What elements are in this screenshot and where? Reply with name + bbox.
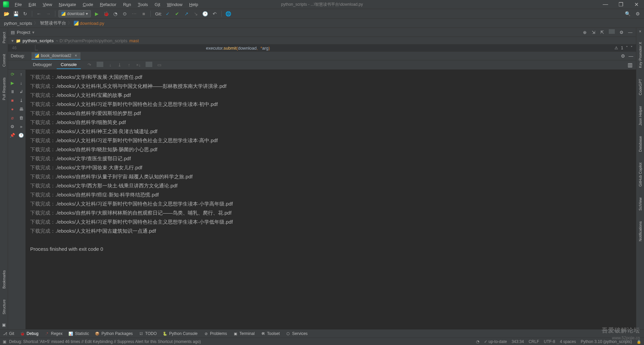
tool-notifications[interactable]: Notifications bbox=[638, 219, 642, 244]
debug-run-tab[interactable]: book_download2 × bbox=[32, 52, 80, 60]
tab-console[interactable]: Console bbox=[57, 61, 81, 69]
tool-pull-requests[interactable]: Pull Requests bbox=[2, 75, 6, 103]
menu-code[interactable]: Code bbox=[80, 1, 96, 8]
tool-key-promoter[interactable]: Key Promoter X bbox=[638, 39, 642, 71]
gear-icon[interactable]: ⚙ bbox=[621, 53, 625, 59]
next-highlight-icon[interactable]: ˅ bbox=[631, 46, 633, 50]
menu-git[interactable]: Git bbox=[152, 1, 163, 8]
menu-help[interactable]: Help bbox=[186, 1, 201, 8]
step-out-icon[interactable]: ↑ bbox=[126, 62, 132, 68]
menu-tools[interactable]: Tools bbox=[135, 1, 151, 8]
coverage-icon[interactable]: ◔ bbox=[112, 10, 119, 17]
run-config-selector[interactable]: download ▾ bbox=[58, 10, 91, 17]
maximize-button[interactable]: ❐ bbox=[613, 0, 629, 9]
push-icon[interactable]: ↗ bbox=[183, 10, 190, 17]
menu-edit[interactable]: Edit bbox=[26, 1, 39, 8]
prev-highlight-icon[interactable]: ˄ bbox=[626, 46, 628, 50]
rerun-icon[interactable]: ⟳ bbox=[9, 71, 15, 77]
background-tasks-icon[interactable]: ◔ bbox=[476, 339, 479, 344]
console-clock-icon[interactable]: 🕐 bbox=[18, 132, 24, 138]
editor-code-line[interactable]: executor.submit(download, *arg) bbox=[206, 46, 270, 51]
breadcrumb-folder[interactable]: 智慧读书平台 bbox=[40, 20, 66, 26]
menu-navigate[interactable]: Navigate bbox=[56, 1, 78, 8]
tool-project[interactable]: Project bbox=[2, 29, 6, 46]
tool-codegpt[interactable]: CodeGPT bbox=[638, 76, 642, 98]
more-run-icon[interactable]: ⋯ bbox=[130, 10, 138, 17]
stop-icon[interactable]: ■ bbox=[140, 10, 147, 17]
bottom-python-packages[interactable]: 📦Python Packages bbox=[95, 331, 132, 336]
project-tree-row[interactable]: ▾ python_scripts ~ D:\PycharmProjects\py… bbox=[8, 37, 636, 45]
settings-icon[interactable]: ⚙ bbox=[634, 10, 641, 17]
open-icon[interactable]: 📂 bbox=[3, 10, 10, 17]
step-over-icon[interactable]: ↷ bbox=[86, 62, 93, 68]
bottom-python-console[interactable]: 🐍Python Console bbox=[163, 331, 198, 336]
bottom-problems[interactable]: ⊘Problems bbox=[204, 331, 227, 336]
filter-icon[interactable]: » bbox=[18, 123, 24, 129]
tool-database[interactable]: Database bbox=[638, 133, 642, 155]
print-icon[interactable]: 🖶 bbox=[18, 106, 24, 112]
project-view-icon[interactable]: ▤ bbox=[11, 30, 15, 35]
status-hint[interactable]: Debug: Shortcut 'Alt+5' missed 46 times … bbox=[9, 339, 201, 344]
bottom-debug[interactable]: 🐞Debug bbox=[20, 331, 38, 336]
menu-refactor[interactable]: Refactor bbox=[97, 1, 119, 8]
step-into-icon[interactable]: ↓ bbox=[107, 62, 114, 68]
close-tab-icon[interactable]: × bbox=[75, 53, 77, 58]
down-icon[interactable]: ↓ bbox=[18, 80, 24, 86]
profile-icon[interactable]: ⊙ bbox=[121, 10, 128, 17]
vcs-status[interactable]: ✓ up-to-date bbox=[484, 339, 507, 344]
pin-icon[interactable]: 📌 bbox=[9, 132, 15, 138]
pause-icon[interactable]: ⏸ bbox=[9, 89, 15, 95]
bottom-terminal[interactable]: ▣Terminal bbox=[233, 331, 255, 336]
bottom-services[interactable]: ⬡Services bbox=[286, 331, 308, 336]
clear-icon[interactable]: 🗑 bbox=[18, 115, 24, 121]
eol[interactable]: CRLF bbox=[529, 339, 539, 344]
tool-json-helper[interactable]: Json Helper bbox=[638, 103, 642, 128]
tab-debugger[interactable]: Debugger bbox=[29, 61, 56, 69]
select-opened-file-icon[interactable]: ⊕ bbox=[582, 29, 588, 35]
caret-pos[interactable]: 343:34 bbox=[512, 339, 524, 344]
step-into-my-icon[interactable]: ⤓ bbox=[116, 62, 123, 68]
view-breakpoints-icon[interactable]: ● bbox=[9, 106, 15, 112]
update-icon[interactable]: ✓ bbox=[164, 10, 171, 17]
up-icon[interactable]: ↑ bbox=[18, 71, 24, 77]
debug-icon[interactable]: 🐞 bbox=[102, 10, 110, 17]
menu-window[interactable]: Window bbox=[164, 1, 185, 8]
gear-icon[interactable]: ⚙ bbox=[619, 29, 625, 35]
rollback-icon[interactable]: 🕐 bbox=[202, 10, 209, 17]
scroll-end-icon[interactable]: ⤓ bbox=[18, 97, 24, 103]
window-layout-icon[interactable]: ▣ bbox=[2, 323, 6, 327]
menu-file[interactable]: File bbox=[12, 1, 24, 8]
breadcrumb-file[interactable]: download.py bbox=[80, 21, 104, 26]
menu-run[interactable]: Run bbox=[120, 1, 134, 8]
back-icon[interactable]: ← bbox=[35, 10, 43, 17]
run-icon[interactable]: ▶ bbox=[93, 10, 100, 17]
project-title[interactable]: Project bbox=[17, 30, 30, 35]
history-icon[interactable]: ↘ bbox=[192, 10, 200, 17]
bottom-todo[interactable]: ☑TODO bbox=[139, 331, 157, 336]
undo-icon[interactable]: ↶ bbox=[211, 10, 218, 17]
search-everywhere-icon[interactable]: 🔍 bbox=[624, 10, 631, 17]
bottom-toolset[interactable]: 🛠Toolset bbox=[261, 331, 280, 336]
indent[interactable]: 4 spaces bbox=[560, 339, 576, 344]
hide-panel-icon[interactable]: — bbox=[627, 29, 633, 35]
status-tool-window-icon[interactable]: ▣ bbox=[3, 339, 6, 344]
layout-settings-icon[interactable]: ▥ bbox=[628, 62, 633, 68]
expand-all-icon[interactable]: ⇲ bbox=[590, 29, 596, 35]
minimize-button[interactable]: — bbox=[598, 0, 613, 9]
tool-sciview[interactable]: SciView bbox=[638, 195, 642, 213]
commit-icon[interactable]: ✔ bbox=[173, 10, 181, 17]
chevron-down-icon[interactable]: ▾ bbox=[32, 30, 35, 35]
tool-bookmarks[interactable]: Bookmarks bbox=[2, 268, 6, 291]
close-button[interactable]: ✕ bbox=[629, 0, 644, 9]
close-stripe-icon[interactable]: × bbox=[638, 29, 643, 34]
hide-panel-icon[interactable]: — bbox=[629, 53, 633, 59]
bottom-statistic[interactable]: 📊Statistic bbox=[68, 331, 89, 336]
mute-breakpoints-icon[interactable]: ⌀ bbox=[9, 115, 15, 121]
tool-github-copilot[interactable]: GitHub Copilot bbox=[638, 160, 642, 189]
console-output[interactable]: 下载完成：./ebooks/文学/和平发展·大国的责任.pdf下载完成：./eb… bbox=[25, 70, 636, 329]
collapse-all-icon[interactable]: ⇱ bbox=[599, 29, 605, 35]
tool-commit[interactable]: Commit bbox=[2, 51, 6, 69]
bottom-regex[interactable]: .*Regex bbox=[45, 331, 63, 336]
encoding[interactable]: UTF-8 bbox=[544, 339, 555, 344]
soft-wrap-icon[interactable]: ↲ bbox=[18, 89, 24, 95]
